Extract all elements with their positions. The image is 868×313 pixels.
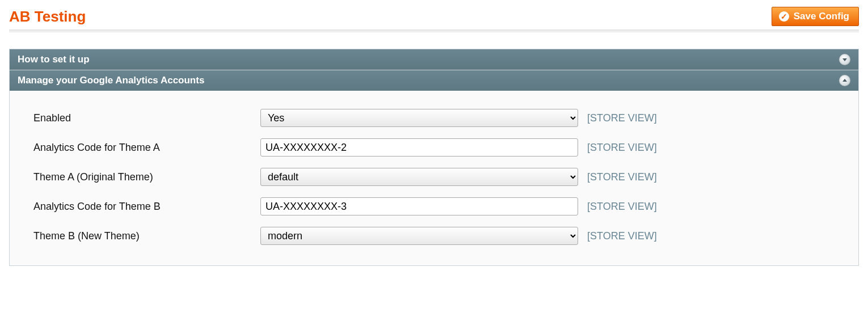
save-config-button[interactable]: ✓ Save Config <box>772 7 859 26</box>
scope-code-a: [STORE VIEW] <box>583 133 845 162</box>
input-code-a[interactable] <box>260 138 578 156</box>
row-code-a: Analytics Code for Theme A [STORE VIEW] <box>29 133 845 162</box>
svg-marker-1 <box>842 79 847 82</box>
row-code-b: Analytics Code for Theme B [STORE VIEW] <box>29 192 845 221</box>
config-fields-table: Enabled Yes [STORE VIEW] Analytics Code … <box>29 103 845 251</box>
header-divider <box>9 29 859 33</box>
section-header-ga[interactable]: Manage your Google Analytics Accounts <box>10 70 858 91</box>
section-title-ga: Manage your Google Analytics Accounts <box>18 75 204 86</box>
label-code-b: Analytics Code for Theme B <box>29 192 256 221</box>
scope-theme-a: [STORE VIEW] <box>583 162 845 192</box>
section-google-analytics: Manage your Google Analytics Accounts En… <box>9 70 859 266</box>
section-how-to-set-up: How to set it up <box>9 49 859 70</box>
scope-enabled: [STORE VIEW] <box>583 103 845 133</box>
label-theme-b: Theme B (New Theme) <box>29 221 256 251</box>
select-theme-b[interactable]: modern <box>260 227 578 245</box>
section-header-setup[interactable]: How to set it up <box>10 49 858 70</box>
label-theme-a: Theme A (Original Theme) <box>29 162 256 192</box>
row-theme-b: Theme B (New Theme) modern [STORE VIEW] <box>29 221 845 251</box>
page-title: AB Testing <box>9 8 86 26</box>
chevron-down-icon <box>839 54 850 65</box>
check-icon: ✓ <box>779 11 789 22</box>
save-config-label: Save Config <box>794 11 849 22</box>
row-theme-a: Theme A (Original Theme) default [STORE … <box>29 162 845 192</box>
section-title-setup: How to set it up <box>18 54 90 65</box>
input-code-b[interactable] <box>260 197 578 215</box>
label-code-a: Analytics Code for Theme A <box>29 133 256 162</box>
scope-code-b: [STORE VIEW] <box>583 192 845 221</box>
row-enabled: Enabled Yes [STORE VIEW] <box>29 103 845 133</box>
svg-marker-0 <box>842 58 847 61</box>
select-theme-a[interactable]: default <box>260 168 578 186</box>
chevron-up-icon <box>839 75 850 86</box>
page-header: AB Testing ✓ Save Config <box>9 7 859 26</box>
scope-theme-b: [STORE VIEW] <box>583 221 845 251</box>
select-enabled[interactable]: Yes <box>260 109 578 127</box>
label-enabled: Enabled <box>29 103 256 133</box>
section-body-ga: Enabled Yes [STORE VIEW] Analytics Code … <box>10 91 858 265</box>
